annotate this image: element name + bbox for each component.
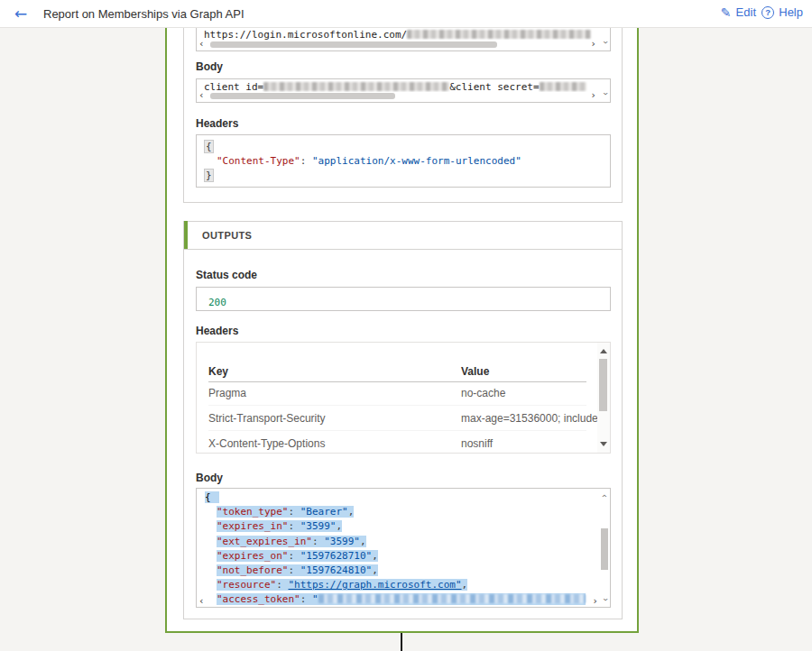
edit-button[interactable]: ✎ Edit bbox=[721, 5, 756, 19]
scroll-left-icon[interactable]: ‹ bbox=[199, 39, 203, 49]
scroll-left-icon[interactable]: ‹ bbox=[199, 90, 203, 100]
outputs-section-header: OUTPUTS bbox=[184, 222, 622, 250]
back-arrow-icon: ← bbox=[14, 5, 27, 23]
outputs-accent-bar bbox=[184, 221, 188, 249]
scroll-right-icon[interactable]: › bbox=[592, 90, 595, 100]
column-header-value: Value bbox=[461, 365, 489, 378]
response-headers-label: Headers bbox=[196, 325, 238, 337]
page-title: Report on Memberships via Graph API bbox=[43, 7, 245, 21]
chevron-up-icon[interactable]: › bbox=[600, 494, 609, 498]
help-button-label: Help bbox=[779, 5, 803, 19]
response-body-editor[interactable]: { "token_type": "Bearer", "expires_in": … bbox=[196, 488, 611, 608]
status-code-field[interactable]: 200 bbox=[196, 287, 611, 311]
request-headers-json-box[interactable]: { "Content-Type": "application/x-www-for… bbox=[196, 134, 611, 188]
chevron-down-icon[interactable]: › bbox=[601, 598, 610, 601]
scrollbar-thumb[interactable] bbox=[599, 359, 607, 411]
uri-input-field[interactable]: https://login.microsoftonline.com/ ‹ › › bbox=[196, 27, 611, 51]
scrollbar-thumb[interactable] bbox=[210, 93, 395, 99]
table-header-row: Key Value bbox=[208, 364, 586, 382]
chevron-down-icon[interactable]: › bbox=[601, 92, 610, 96]
scroll-down-icon[interactable] bbox=[600, 442, 607, 446]
outputs-section: OUTPUTS Status code 200 Headers Key Valu… bbox=[183, 221, 623, 619]
scrollbar-thumb[interactable] bbox=[210, 41, 497, 48]
scroll-left-icon[interactable]: ‹ bbox=[199, 596, 203, 606]
uri-horizontal-scrollbar[interactable]: ‹ › bbox=[199, 41, 595, 50]
help-button[interactable]: ? Help bbox=[761, 5, 803, 19]
edit-pencil-icon: ✎ bbox=[721, 6, 732, 19]
response-body-label: Body bbox=[196, 472, 223, 484]
open-brace: { bbox=[205, 141, 213, 152]
redacted-client-id bbox=[263, 82, 449, 91]
top-bar: ← Report on Memberships via Graph API ✎ … bbox=[0, 0, 812, 28]
column-header-key: Key bbox=[208, 365, 228, 378]
flow-run-details-screen: ← Report on Memberships via Graph API ✎ … bbox=[0, 0, 812, 651]
redacted-access-token bbox=[318, 594, 586, 603]
json-key: "Content-Type" bbox=[217, 155, 300, 167]
chevron-down-icon[interactable]: › bbox=[601, 41, 610, 44]
table-row: X-Content-Type-Options nosniff bbox=[208, 433, 586, 454]
table-row: Pragma no-cache bbox=[208, 382, 586, 406]
edit-button-label: Edit bbox=[736, 5, 756, 19]
back-button[interactable]: ← bbox=[14, 4, 27, 23]
table-row: Strict-Transport-Security max-age=315360… bbox=[208, 408, 586, 431]
request-body-label: Body bbox=[196, 60, 223, 73]
request-body-value: client_id=&client_secret= bbox=[197, 79, 610, 92]
request-body-field[interactable]: client_id=&client_secret= ‹ › › bbox=[196, 78, 611, 103]
close-brace: } bbox=[205, 170, 213, 181]
body-horizontal-scrollbar[interactable]: ‹ › bbox=[199, 92, 595, 101]
status-code-label: Status code bbox=[196, 269, 257, 281]
scroll-up-icon[interactable] bbox=[600, 349, 607, 353]
connector-line bbox=[401, 633, 402, 651]
table-vertical-scrollbar[interactable] bbox=[597, 343, 610, 453]
redacted-client-secret bbox=[540, 82, 586, 91]
http-action-card: https://login.microsoftonline.com/ ‹ › ›… bbox=[165, 28, 639, 633]
status-code-value: 200 bbox=[208, 297, 226, 308]
response-headers-table[interactable]: Key Value Pragma no-cache Strict-Transpo… bbox=[196, 342, 611, 454]
request-headers-label: Headers bbox=[196, 117, 238, 130]
outputs-section-title: OUTPUTS bbox=[202, 230, 252, 241]
help-question-icon: ? bbox=[761, 6, 774, 19]
uri-value: https://login.microsoftonline.com/ bbox=[197, 27, 610, 40]
scroll-right-icon[interactable]: › bbox=[592, 39, 595, 49]
open-brace: { bbox=[205, 491, 219, 503]
redacted-tenant-id bbox=[407, 30, 591, 39]
scrollbar-thumb[interactable] bbox=[601, 528, 608, 570]
json-value: "application/x-www-form-urlencoded" bbox=[312, 155, 521, 167]
inputs-section: https://login.microsoftonline.com/ ‹ › ›… bbox=[183, 28, 623, 203]
scroll-right-icon[interactable]: › bbox=[594, 596, 597, 606]
